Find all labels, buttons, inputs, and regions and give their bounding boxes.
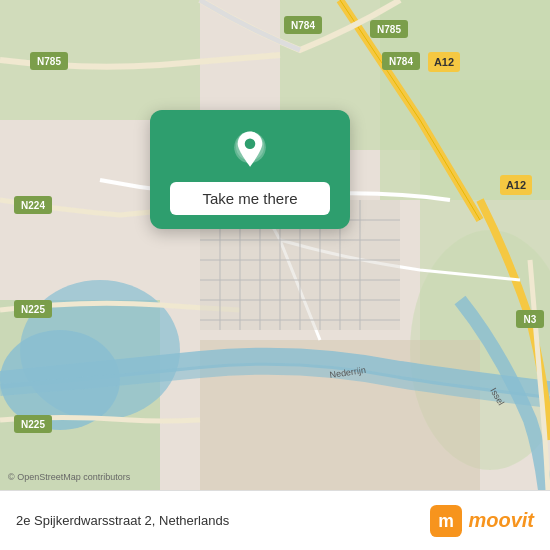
take-me-there-button[interactable]: Take me there [170, 182, 330, 215]
svg-text:N785: N785 [377, 24, 401, 35]
svg-text:m: m [439, 511, 455, 531]
location-pin-icon [228, 128, 272, 172]
popup-card: Take me there [150, 110, 350, 229]
moovit-label: moovit [468, 509, 534, 532]
moovit-logo: m moovit [430, 505, 534, 537]
moovit-icon: m [430, 505, 462, 537]
svg-text:N784: N784 [389, 56, 413, 67]
map-container[interactable]: N784 N785 N785 N784 A12 A12 N224 N225 N2… [0, 0, 550, 490]
svg-text:N224: N224 [21, 200, 45, 211]
bottom-bar: 2e Spijkerdwarsstraat 2, Netherlands m m… [0, 490, 550, 550]
svg-text:N225: N225 [21, 419, 45, 430]
svg-text:N785: N785 [37, 56, 61, 67]
svg-point-51 [245, 139, 256, 150]
map-svg: N784 N785 N785 N784 A12 A12 N224 N225 N2… [0, 0, 550, 490]
address-text: 2e Spijkerdwarsstraat 2, Netherlands [16, 513, 229, 528]
svg-text:A12: A12 [434, 56, 454, 68]
svg-text:N225: N225 [21, 304, 45, 315]
svg-text:© OpenStreetMap contributors: © OpenStreetMap contributors [8, 472, 131, 482]
svg-text:N3: N3 [524, 314, 537, 325]
svg-text:A12: A12 [506, 179, 526, 191]
svg-text:N784: N784 [291, 20, 315, 31]
